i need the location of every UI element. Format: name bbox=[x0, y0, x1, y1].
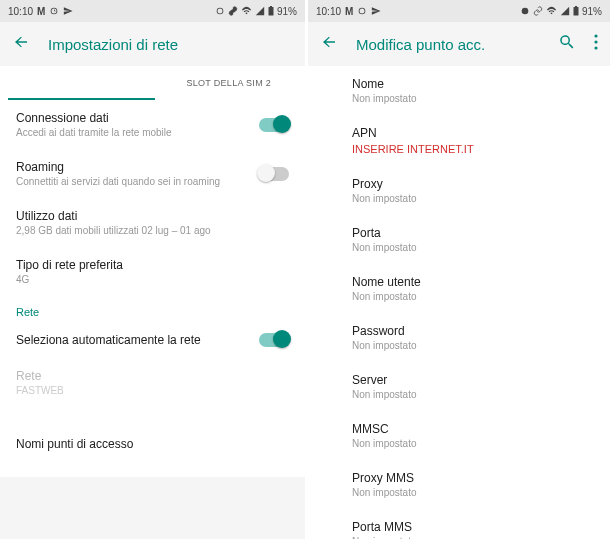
row-label: Roaming bbox=[16, 160, 289, 174]
row-label: Utilizzo dati bbox=[16, 209, 289, 223]
row-network-type[interactable]: Tipo di rete preferita 4G bbox=[0, 247, 305, 296]
row-apn-names[interactable]: Nomi punti di accesso bbox=[0, 411, 305, 477]
toggle-data[interactable] bbox=[259, 118, 289, 132]
battery-icon bbox=[268, 6, 274, 16]
send-icon bbox=[63, 6, 73, 16]
back-icon[interactable] bbox=[320, 33, 338, 55]
status-m-icon: M bbox=[345, 6, 353, 17]
field-name[interactable]: Nome Non impostato bbox=[336, 66, 610, 115]
field-port[interactable]: Porta Non impostato bbox=[336, 215, 610, 264]
wifi-icon bbox=[546, 6, 557, 16]
field-value: Non impostato bbox=[352, 93, 594, 104]
field-value: Non impostato bbox=[352, 438, 594, 449]
svg-point-6 bbox=[594, 46, 597, 49]
wifi-icon bbox=[241, 6, 252, 16]
battery-percent: 91% bbox=[277, 6, 297, 17]
field-value: Non impostato bbox=[352, 389, 594, 400]
field-server[interactable]: Server Non impostato bbox=[336, 362, 610, 411]
battery-percent: 91% bbox=[582, 6, 602, 17]
field-label: APN bbox=[352, 126, 594, 140]
field-mms-port[interactable]: Porta MMS Non impostato bbox=[336, 509, 610, 539]
field-value: Non impostato bbox=[352, 487, 594, 498]
svg-rect-2 bbox=[573, 7, 578, 16]
row-sublabel: Accedi ai dati tramite la rete mobile bbox=[16, 127, 289, 138]
field-label: Porta MMS bbox=[352, 520, 594, 534]
field-label: Server bbox=[352, 373, 594, 387]
app-bar: Modifica punto acc. bbox=[308, 22, 610, 66]
section-network: Rete bbox=[0, 296, 305, 322]
row-label: Seleziona automaticamente la rete bbox=[16, 333, 289, 347]
row-label: Connessione dati bbox=[16, 111, 289, 125]
row-sublabel: 4G bbox=[16, 274, 289, 285]
page-title: Impostazioni di rete bbox=[48, 36, 178, 53]
row-roaming[interactable]: Roaming Connettiti ai servizi dati quand… bbox=[0, 149, 305, 198]
field-password[interactable]: Password Non impostato bbox=[336, 313, 610, 362]
link-icon bbox=[228, 6, 238, 16]
toggle-roaming[interactable] bbox=[259, 167, 289, 181]
field-label: Proxy MMS bbox=[352, 471, 594, 485]
row-data-connection[interactable]: Connessione dati Accedi ai dati tramite … bbox=[0, 100, 305, 149]
row-label: Rete bbox=[16, 369, 289, 383]
svg-rect-1 bbox=[270, 6, 272, 7]
link-icon bbox=[533, 6, 543, 16]
page-title: Modifica punto acc. bbox=[356, 36, 485, 53]
signal-icon bbox=[255, 6, 265, 16]
row-auto-network[interactable]: Seleziona automaticamente la rete bbox=[0, 322, 305, 358]
alarm-icon bbox=[520, 6, 530, 16]
status-time: 10:10 bbox=[316, 6, 341, 17]
screen-edit-apn: 10:10 M 91% Modifica punto acc. bbox=[305, 0, 610, 539]
field-label: Password bbox=[352, 324, 594, 338]
field-value: INSERIRE INTERNET.IT bbox=[352, 143, 594, 155]
app-bar: Impostazioni di rete bbox=[0, 22, 305, 66]
send-icon bbox=[371, 6, 381, 16]
field-value: Non impostato bbox=[352, 193, 594, 204]
alarm-icon bbox=[49, 6, 59, 16]
field-mmsc[interactable]: MMSC Non impostato bbox=[336, 411, 610, 460]
toggle-auto-network[interactable] bbox=[259, 333, 289, 347]
svg-rect-0 bbox=[268, 7, 273, 16]
field-value: Non impostato bbox=[352, 242, 594, 253]
field-label: Porta bbox=[352, 226, 594, 240]
battery-icon bbox=[573, 6, 579, 16]
row-label: Nomi punti di accesso bbox=[16, 437, 289, 451]
row-label: Tipo di rete preferita bbox=[16, 258, 289, 272]
overflow-icon[interactable] bbox=[594, 34, 598, 54]
svg-point-4 bbox=[594, 34, 597, 37]
screen-network-settings: 10:10 M 91% Impostazioni di rete SLOT D bbox=[0, 0, 305, 539]
back-icon[interactable] bbox=[12, 33, 30, 55]
field-label: Proxy bbox=[352, 177, 594, 191]
field-mms-proxy[interactable]: Proxy MMS Non impostato bbox=[336, 460, 610, 509]
status-bar: 10:10 M 91% bbox=[308, 0, 610, 22]
sim-tabs[interactable]: SLOT DELLA SIM 2 bbox=[0, 66, 305, 100]
alarm-icon bbox=[357, 6, 367, 16]
field-label: Nome utente bbox=[352, 275, 594, 289]
row-carrier: Rete FASTWEB bbox=[0, 358, 305, 407]
svg-point-5 bbox=[594, 40, 597, 43]
field-value: Non impostato bbox=[352, 340, 594, 351]
row-data-usage[interactable]: Utilizzo dati 2,98 GB dati mobili utiliz… bbox=[0, 198, 305, 247]
field-label: MMSC bbox=[352, 422, 594, 436]
row-sublabel: 2,98 GB dati mobili utilizzati 02 lug – … bbox=[16, 225, 289, 236]
field-value: Non impostato bbox=[352, 291, 594, 302]
alarm-icon bbox=[215, 6, 225, 16]
svg-rect-3 bbox=[575, 6, 577, 7]
field-proxy[interactable]: Proxy Non impostato bbox=[336, 166, 610, 215]
search-icon[interactable] bbox=[558, 33, 576, 55]
row-sublabel: FASTWEB bbox=[16, 385, 289, 396]
field-label: Nome bbox=[352, 77, 594, 91]
sim-tab-2[interactable]: SLOT DELLA SIM 2 bbox=[153, 78, 306, 88]
row-sublabel: Connettiti ai servizi dati quando sei in… bbox=[16, 176, 289, 187]
status-time: 10:10 bbox=[8, 6, 33, 17]
status-m-icon: M bbox=[37, 6, 45, 17]
signal-icon bbox=[560, 6, 570, 16]
field-apn[interactable]: APN INSERIRE INTERNET.IT bbox=[336, 115, 610, 166]
status-bar: 10:10 M 91% bbox=[0, 0, 305, 22]
field-username[interactable]: Nome utente Non impostato bbox=[336, 264, 610, 313]
